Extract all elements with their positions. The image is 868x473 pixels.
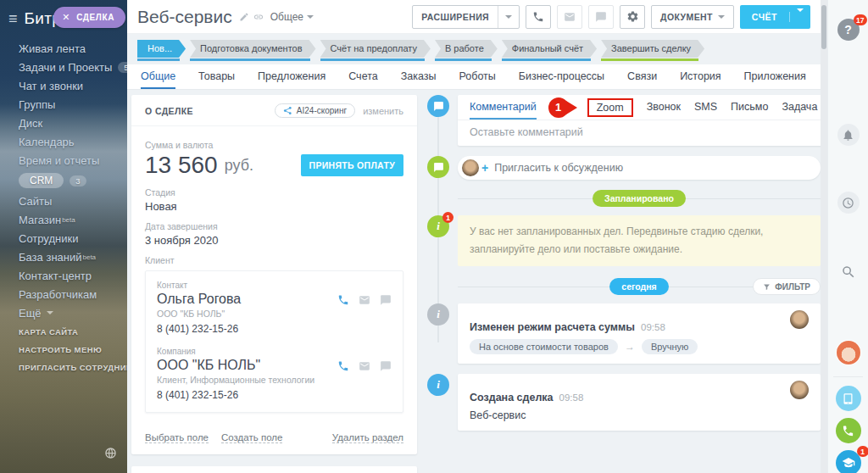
- chat-button[interactable]: [588, 5, 614, 29]
- tab-history[interactable]: История: [680, 64, 721, 89]
- stage-value[interactable]: Новая: [145, 200, 403, 213]
- deal-slider-badge[interactable]: ✕ СДЕЛКА: [53, 7, 125, 28]
- user-avatar[interactable]: [837, 341, 860, 364]
- stage-new[interactable]: Нов...: [137, 40, 186, 61]
- mobile-app-button[interactable]: [836, 386, 861, 411]
- stage-close-deal[interactable]: Завершить сделку: [601, 40, 704, 61]
- sidebar-item-tasks[interactable]: Задачи и Проекты5: [19, 58, 127, 76]
- sidebar-item-crm[interactable]: CRM3: [19, 170, 127, 192]
- extensions-dropdown[interactable]: [498, 6, 519, 28]
- hamburger-menu-icon[interactable]: ≡: [8, 10, 18, 28]
- notification-badge: 1: [442, 212, 453, 223]
- stage-document-preparation[interactable]: Подготовка документов: [190, 40, 315, 61]
- document-button[interactable]: ДОКУМЕНТ: [651, 5, 734, 29]
- tab-products[interactable]: Товары: [198, 64, 235, 89]
- close-date-value[interactable]: 3 ноября 2020: [145, 234, 403, 247]
- contact-phone[interactable]: 8 (401) 232-15-26: [157, 323, 392, 335]
- deal-amount[interactable]: 13 560: [145, 152, 218, 179]
- email-button[interactable]: [557, 5, 582, 29]
- sidebar-item-sites[interactable]: Сайты: [19, 192, 127, 210]
- entry-card-sum-mode[interactable]: Изменен режим расчета суммы 09:58 На осн…: [458, 303, 821, 364]
- tab-business-processes[interactable]: Бизнес-процессы: [519, 64, 604, 89]
- info-icon: i 1: [427, 215, 449, 237]
- scrollbar-thumb[interactable]: [821, 5, 826, 49]
- mail-icon[interactable]: [359, 360, 370, 376]
- extensions-button[interactable]: РАСШИРЕНИЯ: [412, 5, 520, 29]
- vertical-scrollbar[interactable]: [821, 0, 827, 473]
- ai-scoring-badge[interactable]: AI24-скоринг: [275, 103, 355, 118]
- sidebar-item-developers[interactable]: Разработчикам: [19, 285, 127, 303]
- stage-in-progress[interactable]: В работе: [435, 40, 498, 61]
- sidebar-item-disk[interactable]: Диск: [19, 114, 127, 132]
- invite-to-discussion[interactable]: + Пригласить к обсуждению: [458, 156, 821, 180]
- tab-quotes[interactable]: Предложения: [258, 64, 326, 89]
- delete-section-link[interactable]: Удалить раздел: [332, 432, 403, 443]
- stage-final-invoice[interactable]: Финальный счёт: [502, 40, 597, 61]
- invite-employees-link[interactable]: ПРИГЛАСИТЬ СОТРУДНИКОВ: [19, 363, 127, 372]
- info-icon: i: [427, 374, 449, 396]
- create-field-link[interactable]: Создать поле: [221, 432, 282, 443]
- history-clock-button[interactable]: [837, 192, 860, 214]
- edit-section-link[interactable]: изменить: [363, 106, 403, 116]
- tab-relations[interactable]: Связи: [627, 64, 657, 89]
- sidebar-item-groups[interactable]: Группы: [19, 95, 127, 114]
- sidebar-item-more[interactable]: Ещё: [19, 303, 127, 322]
- no-activities-row: i 1 У вас нет запланированных дел. Перед…: [424, 215, 821, 266]
- view-selector[interactable]: Общее: [270, 11, 314, 23]
- invoice-dropdown[interactable]: [789, 12, 810, 22]
- entry-title[interactable]: Создана сделка: [470, 392, 554, 403]
- phone-icon[interactable]: [337, 360, 349, 376]
- tab-invoices[interactable]: Счета: [348, 64, 377, 89]
- sidebar-item-shop[interactable]: Магазинbeta: [19, 210, 127, 229]
- comment-input[interactable]: Оставьте комментарий: [458, 120, 868, 146]
- telephony-button[interactable]: [836, 418, 861, 443]
- edit-title-icon[interactable]: [239, 12, 249, 22]
- sidebar-item-feed[interactable]: Живая лента: [19, 39, 127, 58]
- phone-icon[interactable]: [337, 294, 349, 309]
- sidebar-item-time-reports[interactable]: Время и отчеты: [19, 151, 127, 170]
- tab-task[interactable]: Задача: [782, 95, 817, 120]
- sidebar-item-calendar[interactable]: Календарь: [19, 132, 127, 151]
- contact-entity: Контакт Ольга Рогова ООО "КБ НОЛЬ" 8 (40…: [157, 281, 392, 335]
- topbar: Веб-сервис Общее РАСШИРЕНИЯ ДОКУМЕНТ СЧЁ…: [127, 0, 821, 34]
- accept-payment-button[interactable]: ПРИНЯТЬ ОПЛАТУ: [301, 154, 403, 176]
- entry-title[interactable]: Изменен режим расчета суммы: [470, 321, 635, 333]
- call-button[interactable]: [526, 5, 551, 29]
- select-field-link[interactable]: Выбрать поле: [145, 432, 209, 443]
- training-counter-badge: 1: [857, 446, 868, 457]
- tab-comment[interactable]: Комментарий: [470, 95, 537, 120]
- sidebar-item-contact-center[interactable]: Контакт-центр: [19, 266, 127, 285]
- company-phone[interactable]: 8 (401) 232-15-26: [157, 389, 392, 401]
- tab-general[interactable]: Общие: [141, 64, 175, 89]
- search-button[interactable]: [841, 264, 856, 283]
- help-button[interactable]: ? 17: [837, 19, 860, 41]
- tab-zoom[interactable]: Zoom: [587, 98, 633, 117]
- tab-letter[interactable]: Письмо: [731, 95, 768, 120]
- chat-icon[interactable]: [380, 294, 392, 309]
- close-icon[interactable]: ✕: [62, 12, 70, 23]
- invoice-button[interactable]: СЧЁТ: [740, 5, 810, 29]
- mail-icon[interactable]: [359, 294, 370, 309]
- client-card: Контакт Ольга Рогова ООО "КБ НОЛЬ" 8 (40…: [145, 270, 403, 413]
- filter-button[interactable]: ФИЛЬТР: [753, 278, 821, 295]
- chat-icon[interactable]: [380, 360, 392, 376]
- sitemap-link[interactable]: КАРТА САЙТА: [19, 327, 127, 337]
- sidebar-item-employees[interactable]: Сотрудники: [19, 229, 127, 248]
- sidebar-item-chat[interactable]: Чат и звонки: [19, 76, 127, 95]
- settings-gear-button[interactable]: [620, 5, 645, 29]
- language-globe-icon[interactable]: [104, 447, 117, 463]
- entry-card-deal-created[interactable]: Создана сделка 09:58 Веб-сервис: [458, 374, 821, 431]
- configure-menu-link[interactable]: НАСТРОИТЬ МЕНЮ: [19, 345, 127, 354]
- entry-body-text: Веб-сервис: [470, 409, 526, 421]
- tab-orders[interactable]: Заказы: [401, 64, 437, 89]
- sidebar-item-knowledge-base[interactable]: База знанийbeta: [19, 248, 127, 266]
- stage-prepayment-invoice[interactable]: Счёт на предоплату: [320, 40, 431, 61]
- tab-apps[interactable]: Приложения: [744, 64, 806, 89]
- notifications-bell-button[interactable]: [837, 124, 860, 146]
- training-button[interactable]: 1: [836, 450, 861, 473]
- tab-call[interactable]: Звонок: [647, 95, 681, 120]
- tab-robots[interactable]: Роботы: [459, 64, 496, 89]
- copy-link-icon[interactable]: [253, 12, 264, 22]
- rail-divider: [833, 376, 863, 377]
- tab-sms[interactable]: SMS: [694, 95, 717, 120]
